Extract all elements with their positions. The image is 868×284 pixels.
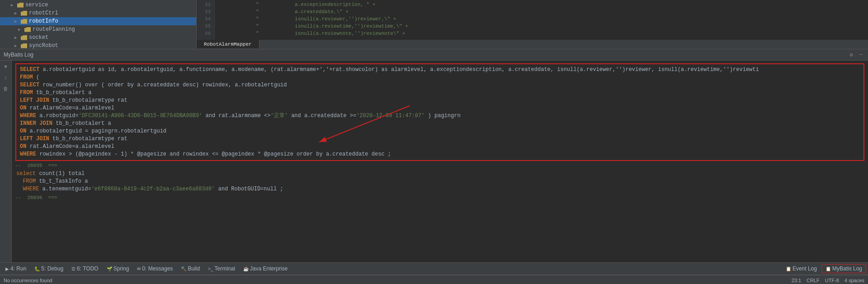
- log-content: SELECT a.robotalertguid as id, a.robotal…: [12, 61, 868, 262]
- delete-button[interactable]: 🗑: [1, 84, 10, 93]
- sql-line-6: ON rat.AlarmCode=a.alarmlevel: [16, 104, 863, 112]
- build-label: Build: [188, 265, 200, 272]
- debug-button[interactable]: 🐛 5: Debug: [31, 265, 67, 273]
- tree-item-routeplanning[interactable]: ▶ routePlanning: [0, 25, 196, 33]
- tree-label: service: [25, 2, 48, 8]
- sql-line-1: SELECT a.robotalertguid as id, a.robotal…: [16, 66, 863, 74]
- mybatis-log-btn-icon: 📋: [826, 266, 831, 271]
- spring-label: Spring: [113, 265, 129, 272]
- event-log-icon: 📋: [786, 266, 791, 271]
- plain-sql-line-3: WHERE a.tenementguid='e6f0868a-8419-4c2f…: [16, 185, 863, 193]
- separator-1: -- 26035 ==>: [12, 162, 868, 169]
- sort-button[interactable]: ↕: [1, 73, 10, 82]
- code-line-32: " a.exceptiondescription, " +: [220, 1, 863, 8]
- sql-line-10: LEFT JOIN tb_b_robotalarmtype rat: [16, 135, 863, 143]
- event-log-button[interactable]: 📋 Event Log: [782, 265, 821, 273]
- tree-label: routePlanning: [33, 26, 75, 33]
- plain-sql-block: select count(1) total FROM tb_t_TaskInfo…: [12, 169, 868, 194]
- mybatis-log-button[interactable]: 📋 MyBatis Log: [821, 264, 866, 273]
- todo-button[interactable]: ☰ 6: TODO: [68, 265, 102, 273]
- folder-icon: [21, 35, 27, 40]
- sql-line-9: ON a.robotalertguid = pagingrn.robotaler…: [16, 128, 863, 135]
- arrow-icon: ▶: [18, 27, 24, 32]
- tree-label: robotInfo: [29, 18, 58, 24]
- code-line-33: " a.createddate,\" +: [220, 8, 863, 15]
- terminal-button[interactable]: >_ Terminal: [204, 265, 239, 273]
- left-toolbar: ▼ ↕ 🗑: [0, 61, 12, 262]
- folder-icon: [17, 3, 24, 8]
- tree-item-service[interactable]: ▶ service: [0, 1, 196, 9]
- file-tab-robotalarmmapper[interactable]: RobotAlarmMapper: [197, 40, 259, 49]
- tree-item-robotinfo[interactable]: ▶ robotInfo: [0, 17, 196, 25]
- settings-icon[interactable]: ⚙: [848, 51, 855, 59]
- terminal-icon: >_: [208, 266, 213, 271]
- tree-item-socket[interactable]: ▶ socket: [0, 33, 196, 42]
- mybatis-log-btn-label: MyBatis Log: [832, 265, 862, 272]
- mybatis-panel: MyBatis Log ⚙ ─ ▼ ↕ 🗑 SELECT a.robotaler…: [0, 49, 868, 262]
- top-area: ▶ service ▶ robotCtrl ▶ robotInfo ▶ rout…: [0, 0, 868, 49]
- arrow-icon: ▶: [11, 3, 16, 8]
- sql-line-3: SELECT row_number() over ( order by a.cr…: [16, 81, 863, 89]
- log-scroll-area[interactable]: SELECT a.robotalertguid as id, a.robotal…: [12, 62, 868, 260]
- debug-icon: 🐛: [34, 266, 40, 271]
- arrow-icon: ▶: [14, 35, 20, 40]
- folder-icon: [21, 11, 27, 16]
- sql-line-8: INNER JOIN tb_b_robotalert a: [16, 120, 863, 128]
- arrow-icon: ▶: [14, 11, 20, 16]
- cursor-position: 23:1: [792, 278, 801, 283]
- tree-label: syncRobot: [29, 43, 58, 48]
- folder-icon: [24, 27, 31, 32]
- code-line-35: " isnull(a.reviewtime,'')reviewtime,\" +: [220, 23, 863, 30]
- run-icon: ▶: [5, 266, 9, 271]
- mybatis-log-title: MyBatis Log: [4, 52, 33, 58]
- arrow-icon: ▶: [14, 19, 20, 24]
- tab-label: RobotAlarmMapper: [204, 42, 252, 47]
- spring-icon: 🌱: [107, 266, 112, 271]
- code-content: " a.exceptiondescription, " + " a.create…: [215, 0, 868, 40]
- build-icon: 🔨: [181, 266, 186, 271]
- plain-sql-line-2: FROM tb_t_TaskInfo a: [16, 178, 863, 185]
- status-bar: No occurrences found 23:1 CRLF UTF-8 4 s…: [0, 275, 868, 284]
- build-button[interactable]: 🔨 Build: [177, 265, 203, 273]
- encoding: UTF-8: [825, 278, 839, 283]
- java-enterprise-button[interactable]: ☕ Java Enterprise: [240, 265, 291, 273]
- minimize-icon[interactable]: ─: [858, 51, 864, 59]
- run-button[interactable]: ▶ 4: Run: [2, 265, 30, 273]
- code-line-36: " isnull(a.reviewnote,'')reviewnote\" +: [220, 30, 863, 37]
- line-numbers: 32 33 34 35 36: [197, 0, 215, 40]
- sql-line-11: ON rat.AlarmCode=a.alarmlevel: [16, 143, 863, 151]
- todo-icon: ☰: [71, 266, 75, 271]
- code-editor-top: 32 33 34 35 36 " a.exceptiondescription,…: [197, 0, 868, 48]
- code-lines: 32 33 34 35 36 " a.exceptiondescription,…: [197, 0, 868, 40]
- sql-line-12: WHERE rowindex > (@pageindex - 1) * @pag…: [16, 151, 863, 158]
- no-occurrences-text: No occurrences found: [4, 278, 52, 283]
- plain-sql-line-1: select count(1) total: [16, 170, 863, 178]
- indent-setting: 4 spaces: [844, 278, 864, 283]
- folder-icon: [21, 19, 27, 24]
- sql-block-highlighted: SELECT a.robotalertguid as id, a.robotal…: [15, 63, 864, 161]
- tree-item-syncrobot[interactable]: ▶ syncRobot: [0, 42, 196, 48]
- status-bar-right: 23:1 CRLF UTF-8 4 spaces: [792, 278, 864, 283]
- sql-line-2: FROM (: [16, 74, 863, 81]
- tree-label: robotCtrl: [29, 10, 58, 16]
- line-ending: CRLF: [807, 278, 820, 283]
- arrow-icon: ▶: [14, 43, 20, 48]
- sql-line-5: LEFT JOIN tb_b_robotalarmtype rat: [16, 97, 863, 104]
- terminal-label: Terminal: [214, 265, 235, 272]
- java-enterprise-label: Java Enterprise: [250, 265, 288, 272]
- sql-line-4: FROM tb_b_robotalert a: [16, 89, 863, 97]
- folder-icon: [21, 43, 27, 48]
- debug-label: 5: Debug: [41, 265, 63, 272]
- run-label: 4: Run: [10, 265, 26, 272]
- java-icon: ☕: [243, 266, 249, 271]
- messages-icon: ✉: [137, 266, 141, 271]
- separator-2: -- 26036 ==>: [12, 194, 868, 201]
- tree-item-robotctrl[interactable]: ▶ robotCtrl: [0, 9, 196, 17]
- tree-label: socket: [29, 34, 48, 41]
- file-tree: ▶ service ▶ robotCtrl ▶ robotInfo ▶ rout…: [0, 0, 197, 48]
- messages-button[interactable]: ✉ 0: Messages: [133, 265, 176, 273]
- code-line-34: " isnull(a.reviewer,'')reviewer,\" +: [220, 15, 863, 23]
- file-tab-bar: RobotAlarmMapper: [197, 40, 868, 48]
- filter-button[interactable]: ▼: [1, 62, 10, 71]
- spring-button[interactable]: 🌱 Spring: [103, 265, 133, 273]
